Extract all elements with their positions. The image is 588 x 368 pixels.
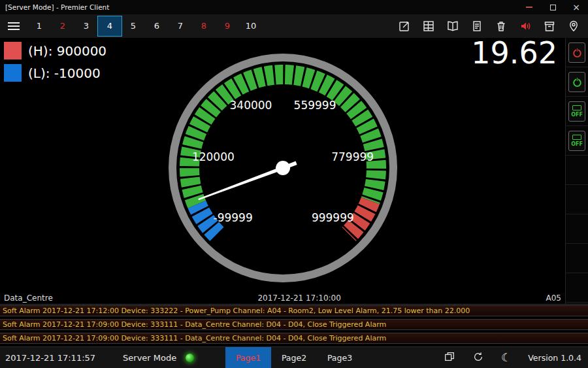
tab-1[interactable]: 1 — [27, 16, 51, 36]
side-cell-empty — [566, 156, 588, 185]
gauge-footer: Data_Centre 2017-12-21 17:10:00 A05 — [0, 293, 565, 303]
dark-mode-moon-icon[interactable]: ☾ — [501, 351, 511, 364]
page-tab-page2[interactable]: Page2 — [271, 347, 317, 368]
current-value: 19.62 — [471, 38, 557, 71]
pin-icon[interactable] — [567, 20, 580, 33]
tab-6[interactable]: 6 — [145, 16, 169, 36]
alarm-row[interactable]: Soft Alarm 2017-12-21 17:09:00 Device: 3… — [0, 319, 588, 330]
channel-id: A05 — [546, 293, 561, 303]
gauge-timestamp: 2017-12-21 17:10:00 — [257, 293, 340, 303]
low-limit-swatch — [4, 64, 22, 82]
close-button[interactable]: × — [564, 0, 588, 14]
note-icon[interactable] — [470, 20, 483, 33]
tab-10[interactable]: 10 — [239, 16, 263, 36]
svg-text:779999: 779999 — [331, 150, 374, 163]
edit-icon[interactable] — [398, 20, 411, 33]
alarm-row[interactable]: Soft Alarm 2017-12-21 17:09:00 Device: 3… — [0, 333, 588, 344]
status-bar-right: ☾ Version 1.0.4 — [444, 351, 581, 365]
maximize-icon — [550, 5, 556, 10]
alarm-list: Soft Alarm 2017-12-21 17:12:00 Device: 3… — [0, 305, 588, 346]
toggle-off-button-1[interactable]: OFF — [566, 97, 588, 126]
title-bar: [Server Mode] - Premier Client × — [0, 0, 588, 14]
speaker-icon[interactable] — [519, 20, 532, 33]
power-red-button[interactable] — [566, 38, 588, 67]
toggle-device-icon — [572, 135, 581, 140]
toggle-off-button-2[interactable]: OFF — [566, 126, 588, 156]
low-limit-label: (L): -10000 — [28, 65, 101, 81]
status-led — [186, 354, 194, 362]
page-number-tabs: 12345678910 — [27, 14, 263, 38]
hamburger-menu-icon[interactable] — [0, 14, 27, 38]
svg-text:559999: 559999 — [294, 99, 336, 112]
side-cell-empty — [566, 273, 588, 303]
toggle-device-icon — [572, 105, 581, 110]
tab-9[interactable]: 9 — [216, 16, 239, 36]
power-icon — [572, 47, 583, 58]
side-cell-empty — [566, 244, 588, 273]
status-bar: 2017-12-21 17:11:57 Server Mode Page1Pag… — [0, 346, 588, 368]
toolbar — [398, 20, 588, 33]
svg-text:999999: 999999 — [312, 211, 354, 224]
archive-icon[interactable] — [543, 20, 556, 33]
high-limit-swatch — [4, 42, 22, 59]
window-controls: × — [517, 0, 588, 14]
main-panel: (H): 900000 (L): -10000 19.62 -999991200… — [0, 38, 588, 305]
sync-icon[interactable] — [472, 351, 484, 365]
toggle-state-label: OFF — [571, 141, 583, 147]
page-tab-page1[interactable]: Page1 — [225, 347, 271, 368]
minimize-icon — [526, 7, 532, 8]
tab-4[interactable]: 4 — [98, 16, 122, 36]
tab-3[interactable]: 3 — [74, 16, 98, 36]
book-icon[interactable] — [446, 20, 459, 33]
toggle-state-label: OFF — [571, 112, 583, 118]
power-green-button[interactable] — [566, 67, 588, 97]
tab-7[interactable]: 7 — [169, 16, 192, 36]
status-time: 2017-12-21 17:11:57 — [5, 353, 95, 363]
svg-text:-99999: -99999 — [214, 211, 253, 224]
grid-icon[interactable] — [422, 20, 435, 33]
minimize-button[interactable] — [517, 0, 541, 14]
side-panel: OFFOFF — [565, 38, 588, 304]
tab-2[interactable]: 2 — [51, 16, 74, 36]
device-name: Data_Centre — [4, 293, 53, 303]
page-tabs: Page1Page2Page3 — [225, 347, 363, 368]
cascade-windows-icon[interactable] — [444, 351, 455, 365]
trash-icon[interactable] — [495, 20, 508, 33]
gauge-chart: -99999120000340000559999779999999999 — [152, 38, 414, 299]
page-tab-page3[interactable]: Page3 — [317, 347, 363, 368]
side-cell-empty — [566, 185, 588, 214]
window-title: [Server Mode] - Premier Client — [5, 3, 109, 11]
limit-legend: (H): 900000 (L): -10000 — [4, 42, 106, 86]
high-limit-label: (H): 900000 — [28, 43, 106, 59]
tab-5[interactable]: 5 — [122, 16, 145, 36]
power-icon — [572, 76, 583, 88]
gauge-panel: (H): 900000 (L): -10000 19.62 -999991200… — [0, 38, 565, 304]
server-mode-label: Server Mode — [123, 353, 176, 363]
maximize-button[interactable] — [541, 0, 564, 14]
alarm-row[interactable]: Soft Alarm 2017-12-21 17:12:00 Device: 3… — [0, 305, 588, 316]
tab-bar: 12345678910 — [0, 14, 588, 38]
tab-8[interactable]: 8 — [192, 16, 216, 36]
svg-text:120000: 120000 — [192, 150, 235, 163]
version-label: Version 1.0.4 — [528, 353, 581, 363]
side-cell-empty — [566, 214, 588, 244]
svg-text:340000: 340000 — [230, 99, 272, 112]
